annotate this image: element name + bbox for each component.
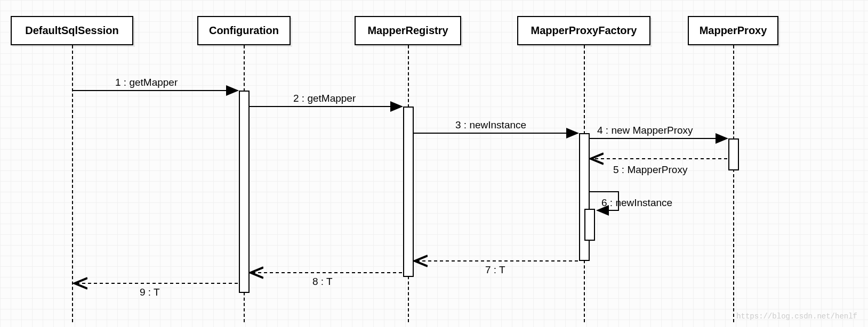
activation-self-call (584, 209, 595, 241)
activation-configuration (239, 91, 250, 293)
message-2-label: 2 : getMapper (293, 93, 356, 104)
message-4-label: 4 : new MapperProxy (597, 125, 693, 136)
participant-configuration: Configuration (197, 16, 291, 45)
message-1-label: 1 : getMapper (115, 77, 178, 88)
message-9-label: 9 : T (140, 287, 160, 298)
message-3-label: 3 : newInstance (455, 119, 526, 131)
lifeline-mapper-proxy (733, 45, 734, 322)
participant-mapper-proxy-factory: MapperProxyFactory (517, 16, 650, 45)
participant-mapper-registry: MapperRegistry (355, 16, 461, 45)
participant-mapper-proxy: MapperProxy (688, 16, 778, 45)
message-5-label: 5 : MapperProxy (613, 164, 687, 176)
activation-mapper-proxy (728, 138, 739, 170)
participant-default-sql-session: DefaultSqlSession (11, 16, 133, 45)
watermark: https://blog.csdn.net/henlf (736, 312, 857, 321)
lifeline-default-sql-session (72, 45, 73, 322)
message-8-label: 8 : T (312, 276, 333, 288)
message-6-label: 6 : newInstance (601, 197, 672, 209)
activation-mapper-registry (403, 107, 414, 277)
activation-mapper-proxy-factory (579, 133, 590, 261)
message-7-label: 7 : T (485, 264, 505, 276)
